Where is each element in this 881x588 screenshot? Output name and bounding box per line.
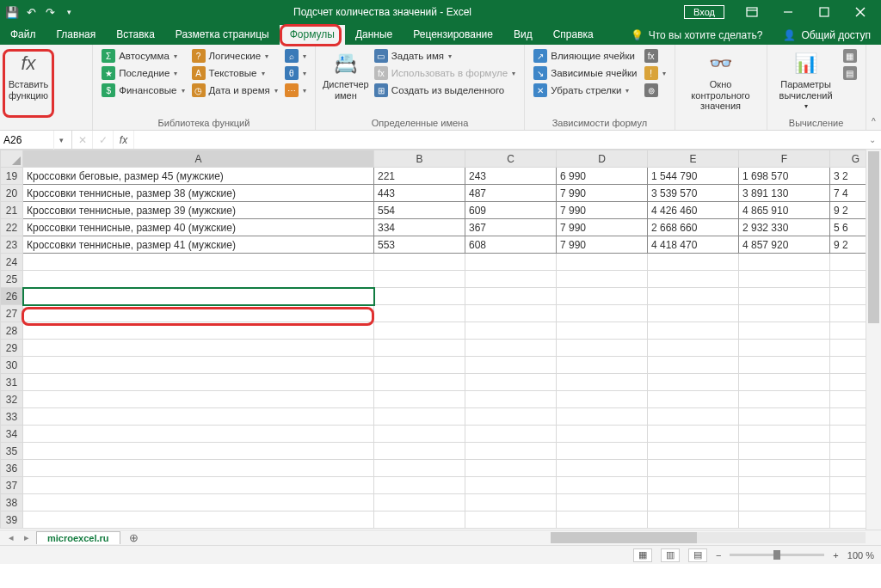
- create-from-selection-button[interactable]: ⊞Создать из выделенного: [373, 83, 517, 98]
- cell[interactable]: Кроссовки теннисные, размер 40 (мужские): [23, 219, 374, 236]
- vertical-scrollbar[interactable]: [866, 150, 881, 530]
- cell[interactable]: 4 865 910: [739, 202, 830, 219]
- cell[interactable]: [465, 322, 557, 340]
- cell[interactable]: [739, 460, 830, 477]
- cell[interactable]: 4 857 920: [739, 236, 830, 254]
- cell[interactable]: [374, 271, 465, 288]
- cell[interactable]: [739, 271, 830, 288]
- tab-вставка[interactable]: Вставка: [106, 25, 165, 45]
- row-header[interactable]: 26: [1, 288, 23, 305]
- cell[interactable]: [648, 305, 739, 322]
- tab-справка[interactable]: Справка: [543, 25, 604, 45]
- cell[interactable]: [374, 305, 465, 322]
- cell[interactable]: [557, 391, 648, 408]
- cell[interactable]: [23, 408, 374, 426]
- zoom-slider[interactable]: [730, 554, 824, 556]
- evaluate-formula-button[interactable]: ⊚: [643, 83, 668, 98]
- cell[interactable]: 3 891 130: [739, 185, 830, 202]
- cell[interactable]: [739, 254, 830, 271]
- row-header[interactable]: 19: [1, 168, 23, 185]
- cell[interactable]: [739, 357, 830, 374]
- qat-dropdown-icon[interactable]: ▾: [62, 5, 76, 19]
- cell[interactable]: [374, 460, 465, 477]
- zoom-in-icon[interactable]: +: [833, 550, 838, 560]
- cell[interactable]: 2 668 660: [648, 219, 739, 236]
- cell[interactable]: [648, 254, 739, 271]
- more-fn-button[interactable]: ⋯▾: [283, 83, 308, 98]
- name-box[interactable]: ▾: [0, 131, 72, 149]
- cell[interactable]: [739, 322, 830, 340]
- add-sheet-icon[interactable]: ⊕: [124, 531, 144, 544]
- cell[interactable]: [648, 374, 739, 391]
- cell[interactable]: [23, 288, 374, 305]
- redo-icon[interactable]: ↷: [43, 5, 57, 19]
- cell[interactable]: [374, 408, 465, 426]
- cell[interactable]: [465, 254, 557, 271]
- cell[interactable]: [739, 391, 830, 408]
- cell[interactable]: 1 698 570: [739, 168, 830, 185]
- error-check-button[interactable]: !▾: [643, 65, 668, 81]
- column-header[interactable]: B: [374, 150, 465, 168]
- cell[interactable]: [739, 408, 830, 426]
- cell[interactable]: [23, 340, 374, 357]
- worksheet-grid[interactable]: A B C D E F G 19Кроссовки беговые, разме…: [0, 150, 881, 545]
- row-header[interactable]: 22: [1, 219, 23, 236]
- cell[interactable]: [739, 288, 830, 305]
- cell[interactable]: 609: [465, 202, 557, 219]
- cell[interactable]: [557, 460, 648, 477]
- column-header[interactable]: D: [557, 150, 648, 168]
- row-header[interactable]: 35: [1, 443, 23, 460]
- cell[interactable]: [557, 408, 648, 426]
- column-header[interactable]: C: [465, 150, 557, 168]
- cell[interactable]: [648, 288, 739, 305]
- cell[interactable]: 221: [374, 168, 465, 185]
- cell[interactable]: [465, 391, 557, 408]
- row-header[interactable]: 27: [1, 305, 23, 322]
- cell[interactable]: [739, 340, 830, 357]
- cell[interactable]: [648, 477, 739, 494]
- row-header[interactable]: 39: [1, 511, 23, 529]
- zoom-out-icon[interactable]: −: [716, 550, 721, 560]
- name-box-dropdown-icon[interactable]: ▾: [53, 131, 69, 150]
- trace-dependents-button[interactable]: ↘Зависимые ячейки: [532, 65, 638, 81]
- cell[interactable]: [465, 288, 557, 305]
- cell[interactable]: [23, 511, 374, 529]
- cell[interactable]: 6 990: [557, 168, 648, 185]
- sheet-nav-next-icon[interactable]: ▸: [21, 532, 33, 543]
- cell[interactable]: [557, 271, 648, 288]
- cell[interactable]: 243: [465, 168, 557, 185]
- sheet-nav-prev-icon[interactable]: ◂: [5, 532, 17, 543]
- cell[interactable]: [465, 340, 557, 357]
- zoom-level[interactable]: 100 %: [847, 550, 874, 560]
- cell[interactable]: 7 990: [557, 219, 648, 236]
- tell-me[interactable]: 💡 Что вы хотите сделать?: [620, 26, 773, 45]
- cell[interactable]: [557, 511, 648, 529]
- cell[interactable]: [557, 477, 648, 494]
- datetime-button[interactable]: ◷Дата и время▾: [190, 83, 280, 98]
- cell[interactable]: [23, 322, 374, 340]
- row-header[interactable]: 28: [1, 322, 23, 340]
- cell[interactable]: [23, 477, 374, 494]
- cell[interactable]: [374, 477, 465, 494]
- cell[interactable]: [648, 460, 739, 477]
- cell[interactable]: [23, 460, 374, 477]
- cell[interactable]: [465, 305, 557, 322]
- cell[interactable]: 487: [465, 185, 557, 202]
- row-header[interactable]: 20: [1, 185, 23, 202]
- column-header[interactable]: E: [648, 150, 739, 168]
- cell[interactable]: Кроссовки теннисные, размер 41 (мужские): [23, 236, 374, 254]
- cell[interactable]: [374, 322, 465, 340]
- cell[interactable]: [374, 391, 465, 408]
- define-name-button[interactable]: ▭Задать имя▾: [373, 48, 517, 64]
- calc-now-button[interactable]: ▦: [841, 48, 859, 64]
- undo-icon[interactable]: ↶: [24, 5, 38, 19]
- cell[interactable]: [648, 340, 739, 357]
- row-header[interactable]: 23: [1, 236, 23, 254]
- cell[interactable]: [739, 511, 830, 529]
- row-header[interactable]: 24: [1, 254, 23, 271]
- cell[interactable]: [374, 511, 465, 529]
- calc-sheet-button[interactable]: ▤: [841, 65, 859, 81]
- cell[interactable]: 608: [465, 236, 557, 254]
- cell[interactable]: [648, 357, 739, 374]
- cell[interactable]: [465, 443, 557, 460]
